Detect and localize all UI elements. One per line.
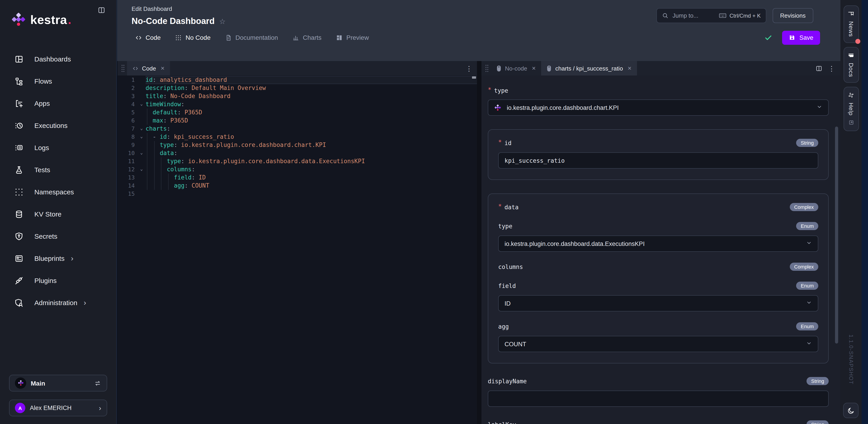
- tab-label: No Code: [186, 34, 211, 41]
- sidebar-item-namespaces[interactable]: Namespaces: [3, 183, 114, 201]
- user-avatar: A: [15, 403, 25, 413]
- line-number: 8: [118, 133, 137, 141]
- rail-button-help[interactable]: Help: [843, 87, 859, 131]
- required-asterisk: *: [498, 139, 502, 145]
- indent-guide: [154, 157, 154, 165]
- panel-tab-no-code[interactable]: No-code✕: [491, 61, 541, 75]
- chevron-right-icon: ›: [71, 254, 73, 262]
- kebab-menu-icon[interactable]: ⋮: [828, 65, 835, 72]
- panel-scrollbar[interactable]: [835, 127, 838, 343]
- sidebar-item-secrets[interactable]: Secrets: [3, 227, 114, 245]
- yaml-editor[interactable]: 1id: analytics_dashboard2description: De…: [118, 75, 477, 424]
- select-type[interactable]: io.kestra.plugin.core.dashboard.chart.KP…: [488, 99, 829, 116]
- fold-chevron-icon[interactable]: ⌄: [137, 165, 146, 174]
- tab-no-code[interactable]: No Code: [168, 26, 218, 49]
- indent-guide: [154, 149, 154, 157]
- sidebar-collapse-icon[interactable]: [98, 6, 105, 14]
- favorite-star-icon[interactable]: ☆: [219, 17, 225, 26]
- kebab-menu-icon[interactable]: ⋮: [466, 65, 472, 72]
- code-text: field: ID: [146, 174, 477, 182]
- blueprints-icon: [14, 254, 24, 263]
- form-body: *typeio.kestra.plugin.core.dashboard.cha…: [482, 75, 840, 424]
- input-displayname[interactable]: [488, 391, 829, 407]
- revisions-button[interactable]: Revisions: [772, 8, 813, 23]
- input-value: kpi_success_ratio: [504, 157, 565, 164]
- tab-code[interactable]: Code: [128, 26, 168, 49]
- close-icon[interactable]: ✕: [627, 65, 631, 71]
- panel-tab-charts-kpi-success-ratio[interactable]: charts / kpi_success_ratio✕: [541, 61, 637, 75]
- select-agg[interactable]: COUNT: [498, 336, 818, 352]
- chevron-right-icon: ›: [99, 404, 101, 412]
- chevron-right-icon: ›: [84, 299, 86, 306]
- docsnote-icon: [848, 52, 855, 59]
- charts-icon: [292, 34, 299, 41]
- tenant-selector[interactable]: Main: [9, 375, 107, 391]
- plugins-icon: [14, 276, 24, 285]
- search-placeholder: Jump to...: [673, 12, 698, 19]
- fold-spacer: [137, 182, 146, 190]
- sidebar-item-blueprints[interactable]: Blueprints›: [3, 249, 114, 268]
- select-field[interactable]: ID: [498, 295, 818, 311]
- apps-icon: [14, 99, 24, 108]
- jump-to-search[interactable]: Jump to... Ctrl/Cmd + K: [656, 8, 766, 23]
- type-badge: Enum: [796, 282, 818, 290]
- select-type[interactable]: io.kestra.plugin.core.dashboard.data.Exe…: [498, 236, 818, 252]
- code-text: type: io.kestra.plugin.core.dashboard.da…: [146, 157, 477, 165]
- indent-guide: [161, 157, 162, 165]
- line-number: 14: [118, 182, 137, 190]
- sidebar-item-tests[interactable]: Tests: [3, 160, 114, 179]
- line-number: 7: [118, 125, 137, 133]
- editor-tab-label: Code: [142, 65, 156, 72]
- breadcrumb: Edit Dashboard: [131, 5, 225, 12]
- sidebar-item-plugins[interactable]: Plugins: [3, 271, 114, 290]
- field-card: *idStringkpi_success_ratio: [488, 129, 829, 180]
- user-menu[interactable]: A Alex EMERICH ›: [9, 400, 107, 416]
- sidebar-item-apps[interactable]: Apps: [3, 94, 114, 113]
- line-number: 15: [118, 190, 137, 198]
- indent-guide: [147, 141, 147, 149]
- tab-charts[interactable]: Charts: [285, 26, 329, 49]
- save-button[interactable]: Save: [782, 31, 820, 44]
- fold-chevron-icon[interactable]: ⌄: [137, 125, 146, 133]
- fold-chevron-icon[interactable]: ⌄: [137, 149, 146, 157]
- sidebar-item-administration[interactable]: Administration›: [3, 293, 114, 312]
- code-line: 12⌄ columns:: [118, 165, 477, 174]
- field-label-row: columnsComplex: [498, 263, 818, 271]
- page-title: No-Code Dashboard: [131, 16, 215, 26]
- tab-preview[interactable]: Preview: [329, 26, 376, 49]
- view-tabs: CodeNo CodeDocumentationChartsPreview: [128, 26, 376, 49]
- rail-button-news[interactable]: News: [843, 5, 859, 43]
- sidebar-nav: DashboardsFlowsAppsExecutionsLogsTestsNa…: [0, 50, 116, 315]
- field-label: field: [498, 282, 516, 289]
- type-badge: Complex: [789, 263, 818, 271]
- field-label-row: fieldEnum: [498, 282, 818, 290]
- line-number: 11: [118, 157, 137, 165]
- close-icon[interactable]: ✕: [532, 65, 536, 71]
- external-icon: [848, 120, 854, 125]
- sidebar-item-logs[interactable]: Logs: [3, 138, 114, 157]
- panel-splitter[interactable]: [477, 61, 482, 424]
- rail-button-docs[interactable]: Docs: [843, 47, 859, 83]
- fold-chevron-icon[interactable]: ⌄: [137, 133, 146, 141]
- theme-toggle-button[interactable]: [843, 403, 859, 418]
- indent-guide: [147, 174, 147, 182]
- input-id[interactable]: kpi_success_ratio: [498, 152, 818, 169]
- editor-tab-code[interactable]: Code ✕: [127, 61, 170, 75]
- close-icon[interactable]: ✕: [160, 65, 164, 71]
- indent-guide: [161, 182, 162, 190]
- sidebar-item-flows[interactable]: Flows: [3, 72, 114, 90]
- kestra-logo[interactable]: kestra .: [11, 12, 71, 28]
- drag-grip-icon[interactable]: [485, 64, 489, 72]
- tab-documentation[interactable]: Documentation: [218, 26, 285, 49]
- tenant-switch-icon[interactable]: [94, 380, 101, 387]
- sidebar-item-kv-store[interactable]: KV Store: [3, 205, 114, 223]
- code-text: timeWindow:: [146, 100, 477, 109]
- code-text: description: Default Main Overview: [146, 84, 477, 92]
- sidebar-item-label: Blueprints: [34, 254, 64, 262]
- fold-chevron-icon[interactable]: ⌄: [137, 100, 146, 109]
- split-view-icon[interactable]: [815, 65, 822, 72]
- sidebar-item-dashboards[interactable]: Dashboards: [3, 50, 114, 68]
- sidebar-item-executions[interactable]: Executions: [3, 116, 114, 135]
- field-card: *dataComplextypeEnumio.kestra.plugin.cor…: [488, 193, 829, 363]
- drag-grip-icon[interactable]: [121, 64, 125, 72]
